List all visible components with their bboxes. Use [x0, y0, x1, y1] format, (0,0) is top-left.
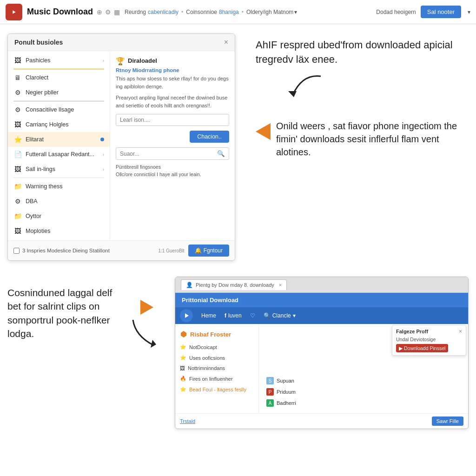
bead-label: Bead Foul - ltagess feslly: [189, 387, 246, 392]
mini-list-item-notdcoicapt[interactable]: ⭐ NotDcoicapt: [175, 342, 258, 352]
tab-icon: 👤: [186, 282, 193, 288]
tab-close-button[interactable]: ×: [279, 282, 282, 288]
detail-subtitle: Rtnoy Miodrrating phone: [116, 67, 229, 73]
app-icon: [6, 4, 22, 20]
sidebar-item-oyttor[interactable]: 📁 Oyttor: [8, 209, 110, 224]
sal-button[interactable]: Sal nooter: [421, 6, 461, 18]
mini-list-item-fires[interactable]: 🔥 Fires on linfluenher: [175, 373, 258, 384]
save-button[interactable]: Sawr Fille: [432, 416, 463, 426]
tab-label: Pientg by Dow mday 8. downloady: [196, 282, 274, 288]
f-icon: f: [225, 312, 226, 319]
mini-right-item-supuan[interactable]: S Supuan: [266, 375, 461, 386]
sidebar-item-dba[interactable]: ⚙ DBA: [8, 194, 110, 209]
uses-label: Uses ooficsions: [189, 355, 225, 361]
heart-icon: ♡: [250, 312, 255, 319]
header-dropdown-arrow[interactable]: ▾: [468, 9, 470, 15]
chacion-button[interactable]: Chacion..: [190, 131, 229, 143]
sidebar-item-sall[interactable]: 🖼 Sall in-lings ›: [8, 162, 110, 177]
priduum-icon: P: [266, 388, 274, 396]
pashicles-icon: 🖼: [13, 56, 22, 65]
chevron-down-icon: ▾: [294, 9, 297, 15]
popup-title: Falgeze Proff: [396, 329, 428, 334]
popup-action-label: Downloadd Pinssel: [404, 345, 445, 351]
mini-list-item-bead[interactable]: ⭐ Bead Foul - ltagess feslly: [175, 384, 258, 395]
sidebar-label-elitarat: Elitarat: [26, 136, 99, 143]
sidebar-item-futterall[interactable]: 📄 Futterall Lasapar Redant... ›: [8, 147, 110, 162]
nav-item-olderyigh[interactable]: Oldery/igh Matnom ▾: [246, 9, 297, 15]
sidebar-label-warning: Warning thess: [26, 183, 104, 190]
settings-icon[interactable]: ⊕: [97, 8, 102, 16]
popup-close-button[interactable]: ×: [459, 328, 462, 335]
nav-item-luven[interactable]: f luven: [225, 312, 242, 319]
orange-arrow-container: [256, 123, 271, 140]
dodad-button[interactable]: Dodad heoigern: [376, 9, 416, 15]
popup-subtitle: Undal Deviotosige: [396, 337, 462, 342]
mini-tab-active[interactable]: 👤 Pientg by Dow mday 8. downloady ×: [181, 279, 287, 290]
menu-icon[interactable]: ▦: [114, 8, 120, 16]
detail-desc2: Prearyoct anpling Ilgnal neceef the dowi…: [116, 94, 229, 109]
supuan-icon: S: [266, 377, 274, 384]
trophy-icon: 🏆: [116, 57, 125, 66]
sidebar-item-carriranc[interactable]: 🖼 Carrianç Holgles: [8, 117, 110, 132]
panel-close-button[interactable]: ×: [224, 39, 228, 46]
search-input-detail[interactable]: [116, 148, 213, 159]
mini-list-item-nottrim[interactable]: 🖼 Nottrimninndans: [175, 363, 258, 373]
notdcoicapt-icon: ⭐: [180, 344, 186, 350]
nav-item-label: Oldery/igh Matnom: [246, 9, 293, 15]
dba-icon: ⚙: [13, 197, 22, 205]
gear-icon[interactable]: ⚙: [105, 8, 111, 16]
nav-link-8haniga[interactable]: 8haniga: [219, 9, 239, 15]
fires-label: Fires on linfluenher: [189, 376, 233, 382]
filter-text-line2: Ollc/ore connictiiol I haye aill your le…: [116, 172, 201, 177]
nav-item-heart[interactable]: ♡: [250, 312, 255, 319]
svg-marker-3: [185, 313, 189, 318]
mini-browser-tab-bar: 👤 Pientg by Dow mday 8. downloady ×: [175, 277, 468, 293]
footer-checkbox-label[interactable]: 3 Inspries Modeslice Dieing Statillont: [13, 248, 110, 254]
action-play-icon: ▶: [399, 345, 403, 351]
sidebar-divider-1: [13, 69, 104, 69]
mini-footer-link[interactable]: Trstald: [180, 418, 195, 424]
bottom-annotation-row: Cosninduned laggal delf bet for salrint …: [7, 286, 165, 350]
nav-item-clancle[interactable]: 🔍 Clancle ▾: [264, 312, 296, 319]
consacitiive-icon: ⚙: [13, 106, 22, 114]
left-panel: Ponult busioles × 🖼 Pashicles › 🖥 Clarol…: [7, 33, 235, 261]
mini-popup: Falgeze Proff × Undal Deviotosige ▶ Down…: [392, 325, 466, 356]
search-icon-button[interactable]: 🔍: [213, 148, 229, 159]
search-row: 🔍: [116, 147, 229, 160]
sidebar-item-negier[interactable]: ⚙ Negier pbller: [8, 85, 110, 100]
mini-footer-row: Trstald Sawr Fille: [175, 413, 468, 429]
mini-main-area: Falgeze Proff × Undal Deviotosige ▶ Down…: [259, 324, 468, 413]
sidebar-label-negier: Negier pbller: [26, 89, 104, 96]
mini-right-item-priduum[interactable]: P Priduum: [266, 386, 461, 397]
nav-link-cabenlicadiy[interactable]: cabenlicadiy: [148, 9, 178, 15]
bell-icon: 🔔: [195, 247, 202, 254]
mini-browser: 👤 Pientg by Dow mday 8. downloady × Prit…: [175, 277, 469, 429]
sidebar-item-elitarat[interactable]: ⭐ Elitarat: [8, 132, 110, 147]
panel-body: 🖼 Pashicles › 🖥 Clarolect ⚙ Negier pblle…: [8, 51, 235, 240]
play-button[interactable]: [180, 309, 193, 322]
nav-item-heme[interactable]: Heme: [201, 312, 216, 319]
learn-input[interactable]: [116, 114, 229, 126]
popup-action-button[interactable]: ▶ Downloadd Pinssel: [396, 344, 448, 352]
bottom-annotation-text: Cosninduned laggal delf bet for salrint …: [7, 286, 125, 341]
mini-sidebar-header: Risbaf Froster: [175, 327, 258, 342]
right-annotation: AhIF respred ubed'from downloaded apicia…: [246, 33, 469, 163]
mini-sidebar: Risbaf Froster ⭐ NotDcoicapt ⭐ Uses oofi…: [175, 324, 259, 413]
luven-label: luven: [228, 312, 242, 319]
supuan-label: Supuan: [277, 378, 294, 383]
footer-checkbox-input[interactable]: [13, 248, 20, 254]
sidebar-divider-2: [13, 101, 104, 101]
risbaf-icon: [180, 331, 187, 338]
sidebar-item-moploties[interactable]: 🖼 Moploties: [8, 224, 110, 238]
detail-section-title: Diraloadel: [128, 57, 157, 64]
sidebar-item-pashicles[interactable]: 🖼 Pashicles ›: [8, 53, 110, 68]
mini-list-item-uses[interactable]: ⭐ Uses ooficsions: [175, 352, 258, 363]
sidebar-item-warning[interactable]: 📁 Warning thess: [8, 179, 110, 194]
sidebar-item-consacitiive[interactable]: ⚙ Consacitiive Ilsage: [8, 102, 110, 117]
sidebar-label-consacitiive: Consacitiive Ilsage: [26, 106, 104, 113]
sidebar-item-clarolect[interactable]: 🖥 Clarolect: [8, 70, 110, 85]
elitarat-icon: ⭐: [13, 135, 22, 144]
black-curved-arrow2-icon: [128, 317, 165, 350]
mini-right-item-badherri[interactable]: A Badherri: [266, 397, 461, 409]
fgntour-button[interactable]: 🔔 Fgntour: [188, 245, 229, 257]
